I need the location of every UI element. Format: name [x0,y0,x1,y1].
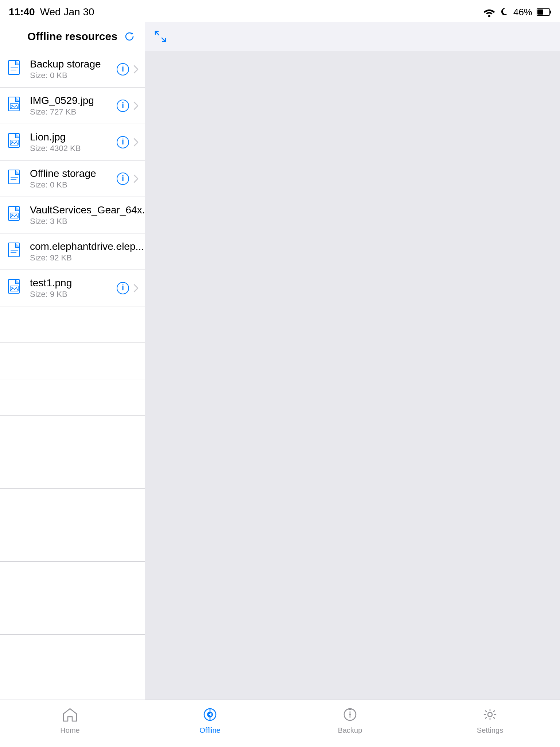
chevron-right-icon [133,101,139,111]
empty-row [0,379,145,416]
tab-settings[interactable]: Settings [420,704,560,735]
empty-row [0,343,145,379]
tab-settings-label: Settings [477,726,503,735]
file-item[interactable]: com.elephantdrive.elep...Size: 92 KB i [0,233,145,270]
right-panel [145,22,560,700]
expand-button[interactable] [152,28,168,44]
info-button[interactable]: i [116,62,130,77]
file-size: Size: 4302 KB [30,144,116,153]
image-file-icon [6,133,25,152]
file-name: Backup storage [30,58,116,70]
svg-point-56 [488,712,492,717]
status-time: 11:40 [9,6,35,18]
file-size: Size: 0 KB [30,180,116,190]
chevron-right-icon [133,138,139,147]
svg-line-48 [162,38,166,42]
info-button[interactable]: i [116,98,130,113]
chevron-right-icon [133,65,139,74]
file-name: Lion.jpg [30,131,116,143]
chevron-right-icon [133,283,139,293]
file-item[interactable]: Backup storageSize: 0 KB i [0,51,145,88]
file-item[interactable]: Lion.jpgSize: 4302 KB i [0,124,145,160]
image-file-icon [6,279,25,298]
empty-row [0,525,145,562]
info-button[interactable]: i [116,171,130,186]
status-bar: 11:40 Wed Jan 30 46% [0,0,560,22]
empty-row [0,306,145,343]
empty-row [0,416,145,452]
left-panel: Offline resources Backup storageSize: 0 … [0,22,145,700]
file-item[interactable]: IMG_0529.jpgSize: 727 KB i [0,88,145,124]
tab-backup[interactable]: Backup [280,704,420,735]
empty-row [0,489,145,525]
svg-line-47 [155,31,159,35]
file-name: com.elephantdrive.elep... [30,241,144,252]
right-panel-content [145,51,560,700]
file-name: VaultServices_Gear_64x... [30,204,145,216]
document-file-icon [6,60,25,79]
document-file-icon [6,169,25,188]
backup-icon [341,705,359,724]
svg-text:i: i [122,174,124,183]
battery-percentage: 46% [513,7,532,18]
home-icon [61,705,79,724]
main-content: Offline resources Backup storageSize: 0 … [0,22,560,700]
image-file-icon [6,206,25,225]
moon-icon [500,7,509,17]
settings-icon [481,705,499,724]
svg-text:i: i [122,64,124,73]
svg-text:i: i [122,101,124,110]
file-name: Offline storage [30,168,116,179]
file-item[interactable]: Offline storageSize: 0 KB i [0,160,145,197]
empty-row [0,671,145,700]
file-size: Size: 9 KB [30,290,116,299]
refresh-button[interactable] [121,28,137,44]
tab-offline[interactable]: Offline [140,704,280,735]
empty-row [0,562,145,598]
panel-title: Offline resources [23,30,121,43]
tab-home-label: Home [60,726,79,735]
empty-row [0,452,145,489]
svg-marker-4 [132,32,133,35]
file-size: Size: 0 KB [30,71,116,80]
svg-text:i: i [122,283,124,292]
empty-row [0,598,145,635]
chevron-right-icon [133,174,139,183]
offline-icon [201,705,219,724]
file-size: Size: 727 KB [30,107,116,117]
svg-point-55 [349,714,351,715]
file-item[interactable]: VaultServices_Gear_64x...Size: 3 KB i [0,197,145,233]
tab-backup-label: Backup [338,726,362,735]
status-date: Wed Jan 30 [40,6,94,18]
panel-header: Offline resources [0,22,145,51]
wifi-icon [483,7,496,17]
image-file-icon [6,96,25,115]
info-button[interactable]: i [144,244,145,259]
file-size: Size: 3 KB [30,217,145,226]
svg-point-0 [488,15,490,17]
svg-rect-2 [550,11,551,13]
tab-offline-label: Offline [199,726,220,735]
empty-row [0,635,145,671]
info-button[interactable]: i [116,135,130,150]
svg-text:i: i [122,137,124,146]
tab-bar: Home Offline Backup [0,700,560,747]
info-button[interactable]: i [116,281,130,295]
file-list: Backup storageSize: 0 KB i IMG_0529.jpgS… [0,51,145,700]
status-icons: 46% [483,7,551,18]
svg-rect-3 [537,9,543,15]
file-name: IMG_0529.jpg [30,95,116,107]
right-panel-header [145,22,560,51]
battery-icon [537,8,551,16]
file-item[interactable]: test1.pngSize: 9 KB i [0,270,145,306]
tab-home[interactable]: Home [0,704,140,735]
file-name: test1.png [30,277,116,289]
file-size: Size: 92 KB [30,253,144,263]
document-file-icon [6,242,25,261]
